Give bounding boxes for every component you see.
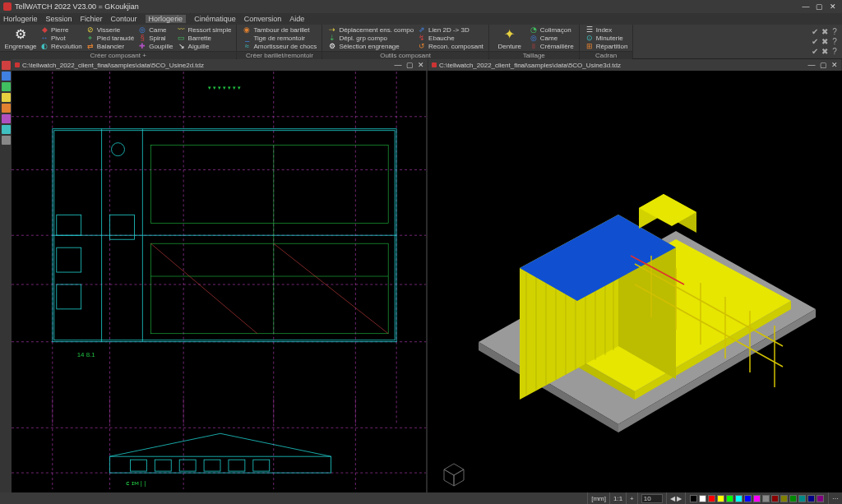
ribbon-btn-aiguille[interactable]: ↘Aiguille — [177, 42, 232, 50]
ribbon-big-engrenage[interactable]: ⚙Engrenage — [3, 25, 38, 50]
status-unit: [mm] — [587, 492, 609, 504]
ribbon-right-control[interactable]: ✔ — [810, 47, 820, 56]
color-swatch[interactable] — [690, 495, 697, 502]
status-end[interactable]: ⋯ — [828, 492, 842, 504]
ribbon-btn-spiral[interactable]: §Spiral — [137, 34, 173, 42]
menu-conversion[interactable]: Conversion — [244, 15, 282, 23]
tool-button-4[interactable] — [2, 104, 11, 113]
tool-button-0[interactable] — [2, 61, 11, 70]
status-plus[interactable]: + — [626, 492, 637, 504]
ribbon-btn-cr-maill-re[interactable]: ⫴Crémaillère — [529, 42, 574, 50]
ribbon-btn-barrette[interactable]: ▭Barrette — [177, 34, 232, 42]
tool-button-6[interactable] — [2, 125, 11, 134]
ribbon-btn-goupille[interactable]: ✚Goupille — [137, 42, 173, 50]
ribbon-btn-lien-2d-3d[interactable]: ⇗Lien 2D -> 3D — [417, 25, 483, 34]
doctab-left[interactable]: C:\tellwatch_2022_client_final\samples\d… — [12, 59, 428, 71]
svg-line-25 — [150, 243, 257, 334]
ribbon-right-control[interactable]: ✖ — [820, 27, 830, 36]
tool-button-7[interactable] — [2, 136, 11, 145]
menu-contour[interactable]: Contour — [111, 15, 137, 23]
menu-session[interactable]: Session — [46, 15, 72, 23]
ribbon-right-control[interactable]: ✖ — [820, 47, 830, 56]
color-swatch[interactable] — [717, 495, 724, 502]
color-swatch[interactable] — [762, 495, 770, 502]
ribbon-btn-pivot[interactable]: ↔Pivot — [39, 34, 82, 42]
color-swatch[interactable] — [753, 495, 761, 502]
doc-close-left[interactable]: ✕ — [418, 61, 424, 69]
ribbon-btn-pied-taraud-[interactable]: ⌖Pied taraudé — [86, 34, 134, 42]
ribbon-right-control[interactable]: ✔ — [810, 27, 820, 36]
color-swatch[interactable] — [789, 495, 797, 502]
color-swatch[interactable] — [817, 495, 824, 502]
ribbon-btn-ebauche[interactable]: ↯Ebauche — [417, 34, 483, 42]
ribbon-btn-balancier[interactable]: ⇄Balancier — [86, 42, 134, 50]
ribbon-btn-recon-composant[interactable]: ↺Recon. composant — [417, 42, 483, 50]
menu-horlogerie[interactable]: Horlogerie — [146, 15, 187, 23]
ribbon-group: ⇢Déplacement ens. compo⇣Dépl. grp compo⚙… — [322, 25, 488, 58]
ribbon-right-control[interactable]: ? — [830, 27, 840, 36]
tool-button-3[interactable] — [2, 93, 11, 102]
ribbon-btn-amortisseur-de-chocs[interactable]: ≈Amortisseur de chocs — [242, 42, 317, 50]
color-swatch[interactable] — [780, 495, 788, 502]
doc-icon — [15, 62, 20, 67]
doc-close-right[interactable]: ✕ — [831, 61, 838, 69]
color-swatch[interactable] — [735, 495, 743, 502]
ribbon-btn-index[interactable]: ☰Index — [585, 25, 628, 34]
menu-horlogerie[interactable]: Horlogerie — [3, 15, 38, 23]
color-swatch[interactable] — [726, 495, 733, 502]
ribbon-btn-minuterie[interactable]: ⊙Minuterie — [585, 34, 628, 42]
viewport-2d[interactable]: 14 8.1 ▾ ▾ ▾ ▾ ▾ ▾ ▾ — [12, 71, 428, 492]
svg-marker-75 — [444, 464, 464, 475]
svg-rect-39 — [179, 460, 196, 471]
ribbon-right-control[interactable]: ? — [830, 47, 840, 56]
status-value[interactable] — [637, 492, 666, 504]
viewport-3d[interactable] — [428, 71, 842, 492]
workspace: C:\tellwatch_2022_client_final\samples\d… — [0, 59, 842, 492]
ribbon-btn-d-placement-ens-compo[interactable]: ⇢Déplacement ens. compo — [327, 25, 414, 34]
statusbar: [mm] 1:1 + ◀ ▶ ⋯ — [0, 492, 842, 504]
ribbon-btn-came[interactable]: ◎Came — [529, 34, 574, 42]
ribbon-right-control[interactable]: ? — [830, 37, 840, 46]
ribbon-btn-tambour-de-barillet[interactable]: ◉Tambour de barillet — [242, 25, 317, 34]
ribbon-btn-visserie[interactable]: ⊘Visserie — [86, 25, 134, 34]
maximize-button[interactable]: ▢ — [813, 2, 825, 11]
ribbon-btn-s-lection-engrenage[interactable]: ⚙Sélection engrenage — [327, 42, 414, 50]
color-swatch[interactable] — [807, 495, 815, 502]
menu-aide[interactable]: Aide — [289, 15, 304, 23]
svg-rect-22 — [150, 243, 388, 334]
doctabs: C:\tellwatch_2022_client_final\samples\d… — [12, 59, 842, 71]
ribbon-right-control[interactable]: ✖ — [820, 37, 830, 46]
color-swatch[interactable] — [708, 495, 715, 502]
color-swatch[interactable] — [699, 495, 706, 502]
doc-min-right[interactable]: — — [808, 61, 816, 69]
ribbon-btn-pierre[interactable]: ◆Pierre — [39, 25, 82, 34]
doc-min-left[interactable]: — — [395, 61, 402, 69]
ribbon-btn-tige-de-remontoir[interactable]: ⎯Tige de remontoir — [242, 34, 317, 42]
ribbon-btn-came[interactable]: ◎Came — [137, 25, 173, 34]
menu-fichier[interactable]: Fichier — [81, 15, 103, 23]
ribbon-btn-ressort-simple[interactable]: 〰Ressort simple — [177, 25, 232, 34]
color-swatch[interactable] — [771, 495, 779, 502]
color-swatch[interactable] — [798, 495, 806, 502]
close-button[interactable]: ✕ — [827, 2, 839, 11]
ribbon-btn-d-pl-grp-compo[interactable]: ⇣Dépl. grp compo — [327, 34, 414, 42]
doctab-right[interactable]: C:\tellwatch_2022_client_final\samples\d… — [428, 59, 841, 71]
status-nav[interactable]: ◀ ▶ — [666, 492, 685, 504]
tool-button-1[interactable] — [2, 72, 11, 81]
ribbon-group-label: Taillage — [489, 51, 579, 59]
ribbon-group: ☰Index⊙Minuterie⊞RépartitionCadran — [580, 25, 634, 58]
ribbon-btn-r-volution[interactable]: ◐Révolution — [39, 42, 82, 50]
svg-rect-42 — [253, 460, 270, 471]
status-ratio[interactable]: 1:1 — [609, 492, 626, 504]
doc-max-left[interactable]: ▢ — [406, 61, 414, 69]
tool-button-2[interactable] — [2, 82, 11, 91]
minimize-button[interactable]: — — [800, 2, 812, 11]
tool-button-5[interactable] — [2, 114, 11, 123]
ribbon-big-denture[interactable]: ✦Denture — [493, 25, 527, 50]
menu-cinématique[interactable]: Cinématique — [194, 15, 236, 23]
doc-max-right[interactable]: ▢ — [820, 61, 827, 69]
ribbon-btn-colima-on[interactable]: ◔Colimaçon — [529, 25, 574, 34]
ribbon-btn-r-partition[interactable]: ⊞Répartition — [585, 42, 628, 50]
color-swatch[interactable] — [744, 495, 752, 502]
ribbon-right-control[interactable]: ✔ — [810, 37, 820, 46]
